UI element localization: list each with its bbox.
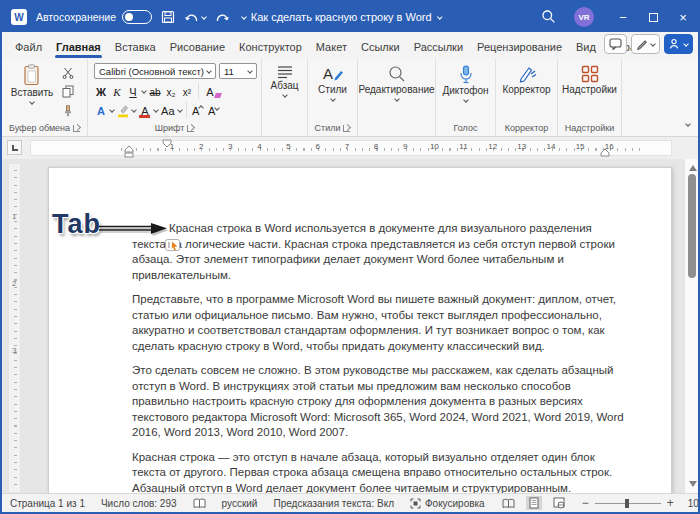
focus-button[interactable]: Фокусировка xyxy=(410,498,485,509)
autosave-toggle[interactable] xyxy=(122,10,152,24)
paragraph-lines-icon xyxy=(277,65,293,79)
zoom-in-button[interactable]: + xyxy=(667,496,674,510)
editing-button[interactable]: Редактирование xyxy=(358,65,435,101)
microphone-icon xyxy=(458,65,474,84)
editor-button[interactable]: Корректор xyxy=(496,65,557,95)
styles-button[interactable]: А Стили xyxy=(308,65,357,101)
v-ruler-number-3: 3 xyxy=(12,346,16,355)
dictate-button[interactable]: Диктофон xyxy=(436,65,495,102)
styles-group-label-text: Стили xyxy=(315,123,341,133)
read-mode-button[interactable] xyxy=(499,497,518,510)
font-color-button[interactable]: А xyxy=(138,102,152,118)
font-size-chevron xyxy=(247,68,253,74)
web-layout-button[interactable] xyxy=(550,496,568,510)
scroll-down-arrow[interactable] xyxy=(689,481,697,487)
hanging-indent-marker[interactable] xyxy=(124,145,134,158)
cut-button[interactable] xyxy=(58,65,78,80)
text-effects-button[interactable]: А xyxy=(94,102,108,118)
tab-selector-button[interactable] xyxy=(7,140,22,155)
focus-label: Фокусировка xyxy=(425,498,485,509)
ribbon-tab-3[interactable]: Рисование xyxy=(163,36,232,59)
change-case-chevron[interactable] xyxy=(177,107,183,113)
minimize-button[interactable]: − xyxy=(608,2,638,32)
underline-chevron[interactable] xyxy=(141,88,147,94)
eraser-icon xyxy=(214,93,222,98)
ribbon-tab-5[interactable]: Макет xyxy=(309,36,354,59)
account-avatar[interactable]: VR xyxy=(574,7,594,27)
language-indicator[interactable]: русский xyxy=(222,498,258,509)
subscript-button[interactable]: x₂ xyxy=(164,83,178,99)
document-title-dropdown[interactable]: Как сделать красную строку в Word xyxy=(251,2,442,32)
change-case-button[interactable]: Аа xyxy=(160,102,176,118)
close-button[interactable]: × xyxy=(668,2,698,32)
font-size-combo[interactable]: 11 xyxy=(219,63,257,79)
document-page[interactable]: Красная строка в Word используется в док… xyxy=(48,167,672,493)
ribbon-tab-7[interactable]: Рассылки xyxy=(407,36,470,59)
zoom-slider-thumb[interactable] xyxy=(625,499,629,508)
ribbon-tab-9[interactable]: Вид xyxy=(569,36,603,59)
copy-icon xyxy=(62,85,74,98)
comments-button[interactable] xyxy=(604,34,627,54)
paragraph-button[interactable]: Абзац xyxy=(262,65,307,97)
ruler-number-3: 3 xyxy=(228,142,232,151)
customize-qat-button[interactable] xyxy=(239,15,246,19)
font-name-chevron xyxy=(206,68,212,74)
italic-button[interactable]: К xyxy=(110,83,124,99)
drawing-button[interactable] xyxy=(631,34,660,54)
ribbon-tab-4[interactable]: Конструктор xyxy=(232,36,309,59)
zoom-slider[interactable] xyxy=(595,503,661,504)
search-button[interactable] xyxy=(541,9,556,26)
text-predictions-indicator[interactable]: Предсказания текста: Вкл xyxy=(273,498,394,509)
save-button[interactable] xyxy=(161,10,175,24)
undo-button[interactable] xyxy=(184,10,206,24)
clipboard-icon xyxy=(22,64,42,86)
underline-button[interactable]: Ч xyxy=(126,83,140,99)
spellcheck-button[interactable] xyxy=(193,498,206,509)
vertical-scrollbar[interactable] xyxy=(684,159,698,493)
voice-group-label-text: Голос xyxy=(454,123,478,133)
ribbon-tab-8[interactable]: Рецензирование xyxy=(470,36,569,59)
zoom-level[interactable]: 100 % xyxy=(688,498,700,509)
text-effects-chevron[interactable] xyxy=(109,107,115,113)
scroll-up-arrow[interactable] xyxy=(689,165,697,171)
view-buttons xyxy=(499,496,568,510)
highlight-chevron[interactable] xyxy=(131,107,137,113)
superscript-button[interactable]: x² xyxy=(180,83,194,99)
zoom-out-button[interactable]: − xyxy=(582,496,589,510)
shrink-font-button[interactable]: А xyxy=(207,102,221,118)
page-indicator[interactable]: Страница 1 из 1 xyxy=(10,498,85,509)
clear-formatting-button[interactable]: А xyxy=(203,83,217,99)
ribbon-tab-0[interactable]: Файл xyxy=(8,36,49,59)
grow-font-button[interactable]: А xyxy=(191,102,205,118)
font-name-combo[interactable]: Calibri (Основной текст) xyxy=(94,63,216,79)
maximize-button[interactable] xyxy=(638,2,668,32)
paste-button[interactable]: Вставить xyxy=(10,64,54,104)
copy-button[interactable] xyxy=(58,84,78,99)
strikethrough-button[interactable]: ab xyxy=(148,83,162,99)
font-color-chevron[interactable] xyxy=(153,107,159,113)
scrollbar-thumb[interactable] xyxy=(688,174,696,278)
bold-button[interactable]: Ж xyxy=(94,83,108,99)
styles-dialog-launcher[interactable] xyxy=(343,125,350,132)
paragraph-group: Абзац xyxy=(262,59,308,136)
ribbon-tab-6[interactable]: Ссылки xyxy=(354,36,407,59)
collapse-ribbon-chevron xyxy=(685,121,691,127)
ribbon-tab-2[interactable]: Вставка xyxy=(108,36,163,59)
tabbar-right-buttons xyxy=(604,34,693,54)
clipboard-dialog-launcher[interactable] xyxy=(73,125,80,132)
ruler-number-14: 14 xyxy=(546,142,555,151)
editing-chevron xyxy=(394,96,400,102)
word-app-icon[interactable]: W xyxy=(11,9,27,25)
font-dialog-launcher[interactable] xyxy=(187,125,194,132)
ribbon-tab-1[interactable]: Главная xyxy=(49,36,108,59)
addins-button[interactable]: Надстройки xyxy=(558,65,621,95)
ruler-number-4: 4 xyxy=(257,142,261,151)
word-count[interactable]: Число слов: 293 xyxy=(101,498,177,509)
print-layout-button[interactable] xyxy=(526,496,542,510)
share-button[interactable] xyxy=(664,34,693,54)
editing-label: Редактирование xyxy=(358,85,434,95)
collapse-ribbon-button[interactable] xyxy=(686,117,690,128)
highlight-button[interactable] xyxy=(116,102,130,118)
format-painter-button[interactable] xyxy=(58,103,78,118)
redo-button[interactable] xyxy=(215,10,230,24)
